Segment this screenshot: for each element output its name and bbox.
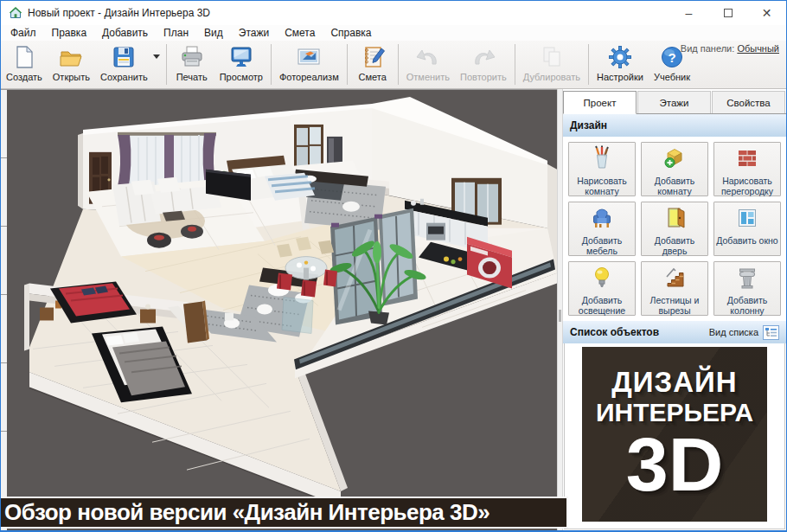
vertical-ruler <box>1 90 7 530</box>
duplicate-button[interactable]: Дублировать <box>518 41 585 88</box>
menu-view[interactable]: Вид <box>196 25 231 41</box>
view-list-button[interactable] <box>763 325 779 340</box>
print-button[interactable]: Печать <box>170 41 214 88</box>
menu-add[interactable]: Добавить <box>94 25 156 41</box>
caption-text: Обзор новой версии «Дизайн Интерьера 3D» <box>1 499 489 526</box>
design-section-header: Дизайн <box>563 114 786 137</box>
svg-text:?: ? <box>668 50 675 65</box>
add-window-button[interactable]: Добавить окно <box>713 202 781 256</box>
menu-edit[interactable]: Правка <box>44 25 95 41</box>
column-icon <box>734 265 760 294</box>
panel-tabs: Проект Этажи Свойства <box>563 89 786 114</box>
new-document-icon <box>11 42 37 72</box>
tab-floors[interactable]: Этажи <box>637 91 711 113</box>
main-area: Обзор новой версии «Дизайн Интерьера 3D»… <box>1 89 786 530</box>
armchair-icon <box>589 205 615 234</box>
panel-view-value-link[interactable]: Обычный <box>737 43 779 54</box>
redo-arrow-icon <box>470 42 496 72</box>
box-plus-icon <box>662 145 688 175</box>
minimize-button[interactable]: – <box>669 1 708 25</box>
open-folder-icon <box>58 42 84 72</box>
menu-floors[interactable]: Этажи <box>231 25 277 41</box>
menu-estimate[interactable]: Смета <box>277 25 323 41</box>
monitor-icon <box>228 42 254 72</box>
printer-icon <box>179 42 205 72</box>
duplicate-pages-icon <box>539 42 565 72</box>
3d-viewport[interactable]: Обзор новой версии «Дизайн Интерьера 3D» <box>1 89 557 530</box>
tab-properties[interactable]: Свойства <box>712 91 785 113</box>
redo-button[interactable]: Повторить <box>455 41 512 88</box>
menu-file[interactable]: Файл <box>3 25 44 41</box>
menubar: Файл Правка Добавить План Вид Этажи Смет… <box>1 25 786 41</box>
toolbar: Создать Открыть Сохранить Печать Просмот… <box>1 41 786 89</box>
stairs-cutouts-button[interactable]: Лестницы и вырезы <box>641 261 708 316</box>
pencil-cup-icon <box>589 145 615 175</box>
draw-room-button[interactable]: Нарисовать комнату <box>568 142 636 196</box>
preview-button[interactable]: Просмотр <box>214 41 268 88</box>
toolbar-separator <box>398 44 399 85</box>
add-furniture-button[interactable]: Добавить мебель <box>568 202 636 256</box>
app-window: Новый проект - Дизайн Интерьера 3D – ✕ Ф… <box>0 0 787 532</box>
menu-help[interactable]: Справка <box>323 25 379 41</box>
toolbar-separator <box>515 44 515 85</box>
light-bulb-icon <box>589 265 615 294</box>
undo-button[interactable]: Отменить <box>401 41 455 88</box>
notebook-pencil-icon <box>360 42 386 72</box>
undo-arrow-icon <box>415 42 441 72</box>
object-list[interactable]: ДИЗАЙН ИНТЕРЬЕРА 3D <box>564 343 785 529</box>
close-button[interactable]: ✕ <box>747 1 786 25</box>
open-door-icon <box>662 205 688 234</box>
program-logo: ДИЗАЙН ИНТЕРЬЕРА 3D <box>582 347 767 522</box>
design-tool-grid: Нарисовать комнату Добавить комнату Нари… <box>563 137 786 321</box>
panel-splitter[interactable] <box>557 89 563 530</box>
new-project-button[interactable]: Создать <box>1 41 48 88</box>
toolbar-separator <box>271 44 272 85</box>
brick-wall-icon <box>734 145 760 175</box>
add-lighting-button[interactable]: Добавить освещение <box>568 261 636 316</box>
titlebar: Новый проект - Дизайн Интерьера 3D – ✕ <box>1 1 786 25</box>
toolbar-separator <box>588 44 589 85</box>
panel-view-label: Вид панели: <box>681 43 734 54</box>
toolbar-separator <box>347 44 348 85</box>
view-list-label: Вид списка <box>709 327 758 337</box>
toolbar-separator <box>166 44 167 85</box>
menu-plan[interactable]: План <box>156 25 196 41</box>
panel-view-switcher: Вид панели: Обычный <box>681 43 779 54</box>
settings-button[interactable]: Настройки <box>592 41 649 88</box>
photo-icon <box>296 42 322 72</box>
window-title: Новый проект - Дизайн Интерьера 3D <box>28 7 669 19</box>
add-column-button[interactable]: Добавить колонну <box>713 261 781 316</box>
add-door-button[interactable]: Добавить дверь <box>641 202 708 256</box>
maximize-button[interactable] <box>708 1 747 25</box>
open-project-button[interactable]: Открыть <box>48 41 95 88</box>
right-panel: Проект Этажи Свойства Дизайн Нарисовать … <box>563 89 786 530</box>
objects-section-header: Список объектов Вид списка <box>563 321 786 343</box>
estimate-button[interactable]: Смета <box>350 41 395 88</box>
tab-project[interactable]: Проект <box>563 91 637 114</box>
window-icon <box>734 205 760 234</box>
stairs-icon <box>662 265 688 294</box>
draw-partition-button[interactable]: Нарисовать перегородку <box>713 142 781 196</box>
gear-icon <box>607 42 633 72</box>
video-caption-banner: Обзор новой версии «Дизайн Интерьера 3D» <box>1 497 568 529</box>
photorealism-button[interactable]: Фотореализм <box>274 41 344 88</box>
save-floppy-icon <box>111 42 137 72</box>
add-room-button[interactable]: Добавить комнату <box>641 142 708 196</box>
save-dropdown-arrow[interactable] <box>153 54 160 59</box>
app-house-icon <box>9 6 22 20</box>
scene-3d-render[interactable] <box>7 90 557 530</box>
save-project-button[interactable]: Сохранить <box>95 41 153 88</box>
